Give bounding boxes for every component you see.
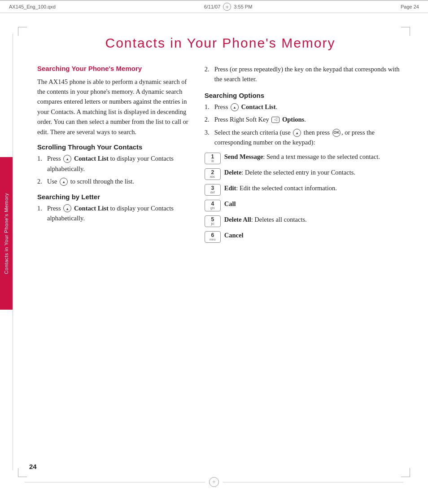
scroll-item-1-num: 1. [37,153,47,163]
left-divider [13,34,13,470]
nav-key-icon-2 [60,178,68,186]
nav-key-icon-4 [231,103,239,111]
option-delete: 2 abc Delete: Delete the selected entry … [205,168,403,180]
option-cancel: 6 mno Cancel [205,231,403,243]
letter-item-1-text: Press Contact List to display your Conta… [47,203,191,224]
letter-item-1: 1. Press Contact List to display your Co… [37,203,191,224]
bottom-line-left [25,482,205,483]
scroll-item-2: 2. Use to scroll through the list. [37,176,191,186]
option-call: 4 ghi Call [205,199,403,211]
page-number: 24 [29,463,37,470]
page-content: Contacts in Your Phone's Memory Searchin… [13,13,428,264]
option-text-cancel: Cancel [224,231,403,241]
softkey-icon [271,117,280,123]
corner-mark-bl [18,468,27,477]
options-item-1-num: 1. [205,102,214,112]
section-heading-scrolling: Scrolling Through Your Contacts [37,143,191,151]
up-arrow-icon [66,155,69,162]
scroll-item-1-text: Press Contact List to display your Conta… [47,153,191,174]
key-badge-3: 3 def [205,184,221,196]
ok-key-icon: OK [332,129,341,137]
top-bar-center: 6/11/07 + 3:55 PM [204,3,253,11]
cross-icon: + [226,4,229,10]
key-badge-6: 6 mno [205,231,221,243]
options-item-3-num: 3. [205,127,214,137]
key-badge-2: 2 abc [205,168,221,180]
option-text-edit: Edit: Edit the selected contact informat… [224,184,403,193]
nav-key-icon-1 [63,155,71,163]
top-bar: AX145_Eng_100.qxd 6/11/07 + 3:55 PM Page… [0,0,428,13]
scroll-item-2-num: 2. [37,176,47,186]
left-column: Searching Your Phone's Memory The AX145 … [37,64,191,246]
option-text-delete-all: Delete All: Deletes all contacts. [224,215,403,225]
two-column-layout: Searching Your Phone's Memory The AX145 … [37,64,403,246]
right-intro-text: Press (or press repeatedly) the key on t… [214,64,403,84]
right-column: 2. Press (or press repeatedly) the key o… [205,64,403,246]
right-intro-num: 2. [205,64,214,74]
top-bar-time: 3:55 PM [234,4,252,9]
option-delete-all: 5 jkl Delete All: Deletes all contacts. [205,215,403,227]
ok-label: OK [333,130,340,136]
top-bar-circle-icon: + [223,3,231,11]
page-title: Contacts in Your Phone's Memory [37,35,403,51]
option-text-call: Call [224,199,403,209]
options-item-1-text: Press Contact List. [214,102,403,112]
up-arrow-icon-2 [62,178,66,185]
key-badge-5: 5 jkl [205,215,221,227]
option-text-delete: Delete: Delete the selected entry in you… [224,168,403,178]
option-text-send: Send Message: Send a text message to the… [224,152,403,162]
bottom-line-right [223,482,403,483]
options-item-2-num: 2. [205,114,214,124]
nav-key-icon-3 [63,204,71,212]
key-badge-4: 4 ghi [205,200,221,211]
key-options-list: 1 ⊞ Send Message: Send a text message to… [205,152,403,243]
scroll-item-2-text: Use to scroll through the list. [47,176,191,186]
sidebar-tab: Contacts in Your Phone's Memory [0,157,13,310]
scroll-item-1: 1. Press Contact List to display your Co… [37,153,191,174]
bottom-circle-mark [209,477,219,487]
options-item-3-text: Select the search criteria (use then pre… [214,127,403,148]
section-heading-by-letter: Searching by Letter [37,193,191,201]
top-bar-date: 6/11/07 [204,4,221,9]
section-heading-searching: Searching Your Phone's Memory [37,64,191,73]
key-badge-1: 1 ⊞ [205,153,221,164]
up-arrow-icon-3 [66,205,69,212]
corner-mark-tr [401,27,410,36]
right-intro-item: 2. Press (or press repeatedly) the key o… [205,64,403,84]
options-item-2-text: Press Right Soft Key Options. [214,114,403,124]
option-send-message: 1 ⊞ Send Message: Send a text message to… [205,152,403,164]
option-edit: 3 def Edit: Edit the selected contact in… [205,184,403,196]
section1-body: The AX145 phone is able to perform a dyn… [37,77,191,137]
top-bar-left: AX145_Eng_100.qxd [9,4,56,9]
top-bar-right: Page 24 [401,4,419,9]
searching-options-heading: Searching Options [205,92,403,99]
options-item-1: 1. Press Contact List. [205,102,403,112]
nav-key-icon-5 [293,129,301,137]
up-arrow-icon-4 [233,104,236,111]
letter-item-1-num: 1. [37,203,47,213]
options-item-3: 3. Select the search criteria (use then … [205,127,403,148]
corner-mark-tl [18,27,27,36]
options-item-2: 2. Press Right Soft Key Options. [205,114,403,124]
up-arrow-icon-5 [295,129,299,136]
sidebar-tab-label: Contacts in Your Phone's Memory [4,193,9,274]
corner-mark-br [401,468,410,477]
